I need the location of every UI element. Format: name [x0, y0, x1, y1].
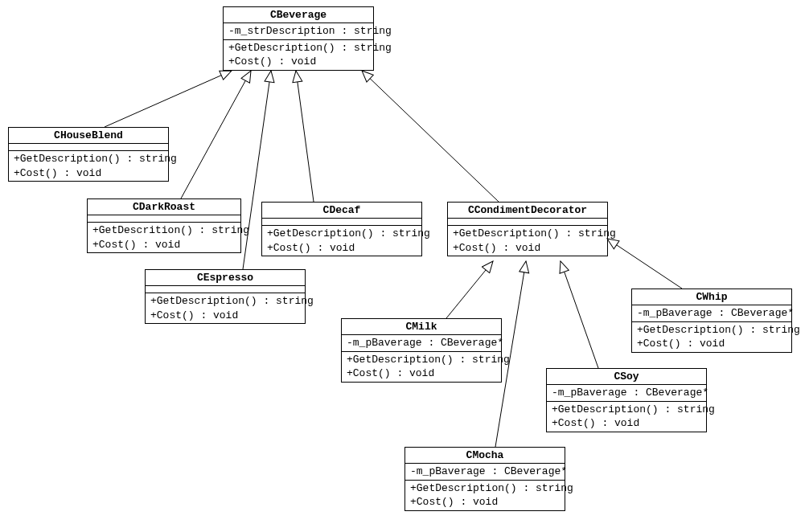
class-attribute: -m_pBaverage : CBeverage*	[410, 464, 560, 479]
class-title: CDarkRoast	[88, 199, 240, 215]
class-operation: +Cost() : void	[347, 366, 496, 381]
class-cespresso: CEspresso +GetDescription() : string +Co…	[145, 269, 306, 324]
class-operation: +Cost() : void	[453, 241, 602, 256]
class-operation: +Cost() : void	[410, 495, 560, 509]
class-operation: +GetDescription() : string	[267, 227, 417, 241]
arrow-chouseblend-cbeverage	[105, 71, 232, 127]
class-operation: +Cost() : void	[92, 238, 236, 252]
class-operation: +GetDescription() : string	[552, 403, 701, 417]
class-attribute: -m_pBaverage : CBeverage*	[347, 336, 496, 350]
class-title: CCondimentDecorator	[448, 203, 607, 219]
class-operation: +Cost() : void	[552, 416, 701, 431]
class-cbeverage: CBeverage -m_strDescription : string +Ge…	[223, 6, 374, 71]
class-cwhip: CWhip -m_pBaverage : CBeverage* +GetDesc…	[631, 289, 792, 353]
arrow-cdecaf-cbeverage	[296, 71, 314, 202]
class-operation: +GetDescription() : string	[347, 353, 496, 367]
class-operation: +GetDescription() : string	[410, 481, 560, 496]
class-operation: +Cost() : void	[637, 337, 786, 351]
arrow-cdarkroast-cbeverage	[181, 71, 251, 198]
class-title: CWhip	[632, 289, 791, 305]
class-operation: +GetDescrition() : string	[92, 223, 236, 238]
class-title: CEspresso	[146, 270, 305, 286]
class-attribute: -m_pBaverage : CBeverage*	[552, 386, 701, 400]
arrow-ccondimentdecorator-cbeverage	[362, 71, 499, 202]
class-chouseblend: CHouseBlend +GetDescription() : string +…	[8, 127, 169, 182]
class-cdecaf: CDecaf +GetDescription() : string +Cost(…	[261, 202, 422, 256]
class-title: CSoy	[547, 369, 706, 385]
class-attribute: -m_pBaverage : CBeverage*	[637, 306, 786, 321]
class-cmocha: CMocha -m_pBaverage : CBeverage* +GetDes…	[404, 447, 565, 511]
class-cmilk: CMilk -m_pBaverage : CBeverage* +GetDesc…	[341, 318, 502, 383]
class-title: CDecaf	[262, 203, 421, 219]
class-csoy: CSoy -m_pBaverage : CBeverage* +GetDescr…	[546, 368, 707, 432]
class-operation: +Cost() : void	[267, 241, 417, 256]
class-title: CBeverage	[224, 7, 373, 23]
arrow-csoy-ccondimentdecorator	[561, 261, 598, 368]
arrow-cmilk-ccondimentdecorator	[446, 261, 493, 318]
class-operation: +GetDescription() : string	[453, 227, 602, 241]
class-operation: +GetDescription() : string	[150, 294, 300, 309]
class-operation: +Cost() : void	[14, 166, 163, 181]
class-title: CMocha	[405, 448, 565, 464]
class-operation: +Cost() : void	[150, 309, 300, 323]
class-attribute: -m_strDescription : string	[228, 24, 368, 39]
class-title: CHouseBlend	[9, 128, 168, 144]
arrow-cwhip-ccondimentdecorator	[607, 239, 682, 289]
uml-canvas: { "diagram": { "type": "UML class diagra…	[0, 0, 809, 532]
class-ccondimentdecorator: CCondimentDecorator +GetDescription() : …	[447, 202, 608, 256]
class-title: CMilk	[342, 319, 501, 335]
class-operation: +GetDescription() : string	[14, 152, 163, 166]
class-operation: +GetDescription() : string	[228, 41, 368, 55]
class-operation: +GetDescription() : string	[637, 323, 786, 338]
class-cdarkroast: CDarkRoast +GetDescrition() : string +Co…	[87, 198, 241, 253]
class-operation: +Cost() : void	[228, 55, 368, 69]
